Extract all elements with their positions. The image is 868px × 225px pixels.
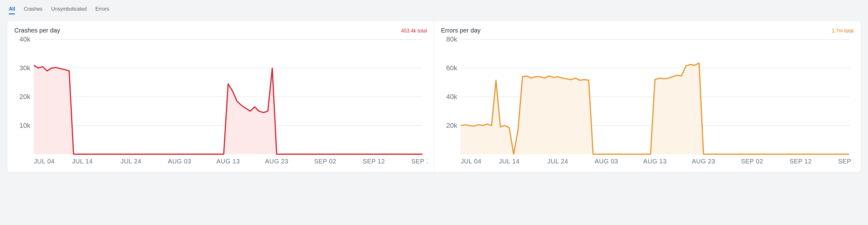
svg-text:AUG 13: AUG 13 — [643, 158, 666, 165]
svg-text:SEP 12: SEP 12 — [789, 158, 811, 165]
svg-text:AUG 13: AUG 13 — [217, 158, 240, 165]
svg-text:20k: 20k — [446, 121, 457, 130]
svg-text:40k: 40k — [19, 36, 31, 43]
tab-all[interactable]: All — [9, 6, 15, 15]
panel-header: Errors per day 1.7m total — [441, 27, 854, 34]
panels: Crashes per day 453.4k total 10k20k30k40… — [7, 21, 861, 172]
svg-text:60k: 60k — [446, 64, 457, 72]
tabs: AllCrashesUnsymbolicatedErrors — [7, 6, 861, 15]
svg-text:AUG 03: AUG 03 — [168, 158, 191, 165]
panel-header: Crashes per day 453.4k total — [14, 27, 427, 34]
svg-text:40k: 40k — [446, 93, 457, 101]
svg-text:AUG 23: AUG 23 — [265, 158, 288, 165]
errors-total: 1.7m total — [832, 28, 854, 34]
errors-chart: 20k40k60k80kJUL 04JUL 14JUL 24AUG 03AUG … — [441, 36, 854, 169]
panel-title: Errors per day — [441, 27, 481, 34]
svg-text:SEP 22: SEP 22 — [411, 158, 427, 165]
svg-text:JUL 04: JUL 04 — [34, 158, 55, 165]
svg-text:AUG 23: AUG 23 — [692, 158, 715, 165]
svg-text:JUL 14: JUL 14 — [72, 158, 93, 165]
svg-text:JUL 24: JUL 24 — [547, 158, 568, 165]
svg-text:AUG 03: AUG 03 — [594, 158, 618, 165]
svg-text:SEP 22: SEP 22 — [838, 158, 854, 165]
svg-text:30k: 30k — [19, 64, 31, 72]
crashes-chart: 10k20k30k40kJUL 04JUL 14JUL 24AUG 03AUG … — [14, 36, 427, 169]
svg-text:JUL 24: JUL 24 — [121, 158, 142, 165]
svg-text:80k: 80k — [446, 36, 457, 43]
svg-text:SEP 02: SEP 02 — [741, 158, 763, 165]
svg-text:SEP 02: SEP 02 — [314, 158, 336, 165]
tab-unsymbolicated[interactable]: Unsymbolicated — [51, 6, 87, 15]
crashes-panel: Crashes per day 453.4k total 10k20k30k40… — [7, 21, 434, 172]
svg-text:SEP 12: SEP 12 — [363, 158, 385, 165]
svg-text:JUL 04: JUL 04 — [461, 158, 482, 165]
tab-errors[interactable]: Errors — [95, 6, 109, 15]
panel-title: Crashes per day — [14, 27, 60, 34]
tab-crashes[interactable]: Crashes — [24, 6, 42, 15]
errors-panel: Errors per day 1.7m total 20k40k60k80kJU… — [434, 21, 861, 172]
svg-text:JUL 14: JUL 14 — [499, 158, 520, 165]
svg-text:20k: 20k — [19, 93, 31, 101]
crashes-total: 453.4k total — [401, 28, 427, 34]
svg-text:10k: 10k — [19, 121, 31, 130]
page-root: AllCrashesUnsymbolicatedErrors Crashes p… — [0, 0, 868, 181]
